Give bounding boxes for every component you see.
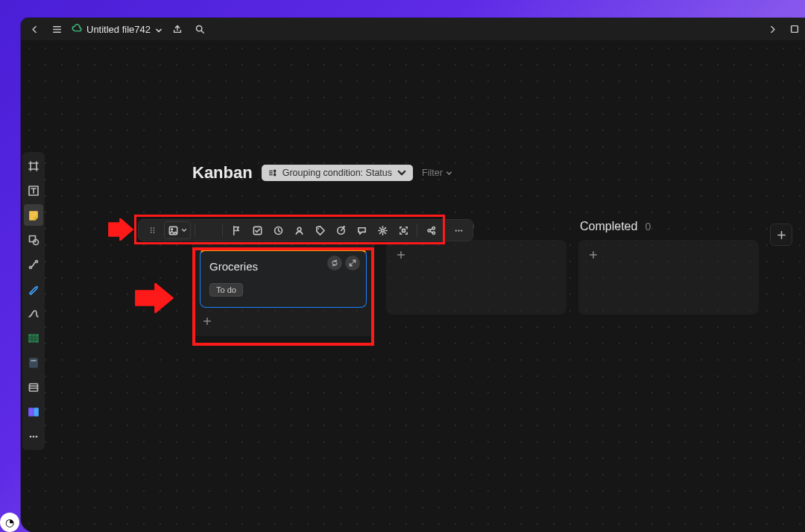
svg-point-36 bbox=[458, 229, 459, 231]
export-icon[interactable] bbox=[170, 22, 185, 37]
annotation-arrow-top bbox=[107, 218, 134, 241]
column-count: 0 bbox=[645, 221, 651, 232]
svg-point-13 bbox=[33, 435, 35, 437]
svg-rect-10 bbox=[29, 408, 33, 416]
columns-tool-icon[interactable] bbox=[24, 401, 43, 422]
svg-rect-11 bbox=[34, 408, 38, 416]
topbar: Untitled file742 bbox=[21, 18, 805, 40]
list-tool-icon[interactable] bbox=[24, 376, 43, 398]
connector-tool-icon[interactable] bbox=[24, 253, 43, 275]
annotation-arrow-bottom bbox=[134, 283, 174, 313]
svg-point-14 bbox=[36, 435, 38, 437]
text-tool-icon[interactable] bbox=[24, 180, 43, 201]
filter-button[interactable]: Filter bbox=[422, 168, 452, 178]
grouping-condition-label: Grouping condition: Status bbox=[282, 168, 392, 178]
more-tools-icon[interactable] bbox=[24, 425, 43, 447]
svg-rect-8 bbox=[30, 358, 37, 367]
note-tool-icon[interactable] bbox=[24, 204, 43, 226]
shape-tool-icon[interactable] bbox=[24, 229, 43, 250]
add-column-button[interactable] bbox=[770, 224, 792, 246]
annotation-box-toolbar bbox=[134, 215, 445, 244]
file-name: Untitled file742 bbox=[86, 24, 151, 35]
curve-tool-icon[interactable] bbox=[24, 303, 43, 324]
chevron-down-icon bbox=[155, 25, 162, 33]
table-tool-icon[interactable] bbox=[24, 327, 43, 349]
back-button[interactable] bbox=[27, 22, 42, 37]
forward-button[interactable] bbox=[765, 22, 780, 37]
svg-point-35 bbox=[455, 229, 456, 231]
app-window: Untitled file742 bbox=[21, 18, 805, 532]
svg-rect-3 bbox=[30, 235, 36, 241]
canvas[interactable]: Kanban Grouping condition: Status Filter bbox=[21, 40, 805, 532]
annotation-box-card bbox=[192, 247, 374, 346]
add-card-button[interactable] bbox=[394, 247, 408, 262]
svg-rect-7 bbox=[29, 335, 38, 342]
document-tool-icon[interactable] bbox=[24, 352, 43, 373]
brush-tool-icon[interactable] bbox=[24, 278, 43, 300]
file-name-chip[interactable]: Untitled file742 bbox=[72, 24, 162, 35]
corner-badge-icon: ◔ bbox=[0, 513, 19, 532]
kanban-column-completed[interactable]: Completed 0 bbox=[578, 213, 759, 336]
column-title: Completed bbox=[580, 220, 637, 233]
kanban-block: Kanban Grouping condition: Status Filter bbox=[192, 163, 804, 183]
more-icon[interactable] bbox=[449, 221, 468, 239]
hamburger-menu-icon[interactable] bbox=[49, 22, 64, 37]
svg-rect-9 bbox=[30, 384, 38, 391]
overflow-icon[interactable] bbox=[787, 22, 802, 37]
grouping-condition-button[interactable]: Grouping condition: Status bbox=[262, 165, 413, 181]
add-card-button[interactable] bbox=[586, 247, 601, 262]
kanban-title[interactable]: Kanban bbox=[192, 163, 253, 183]
svg-point-37 bbox=[461, 229, 462, 231]
tool-strip bbox=[22, 152, 45, 450]
svg-point-12 bbox=[30, 435, 32, 437]
cloud-sync-icon bbox=[72, 24, 82, 34]
frame-tool-icon[interactable] bbox=[24, 155, 43, 177]
search-icon[interactable] bbox=[192, 22, 207, 37]
svg-rect-1 bbox=[792, 26, 798, 33]
